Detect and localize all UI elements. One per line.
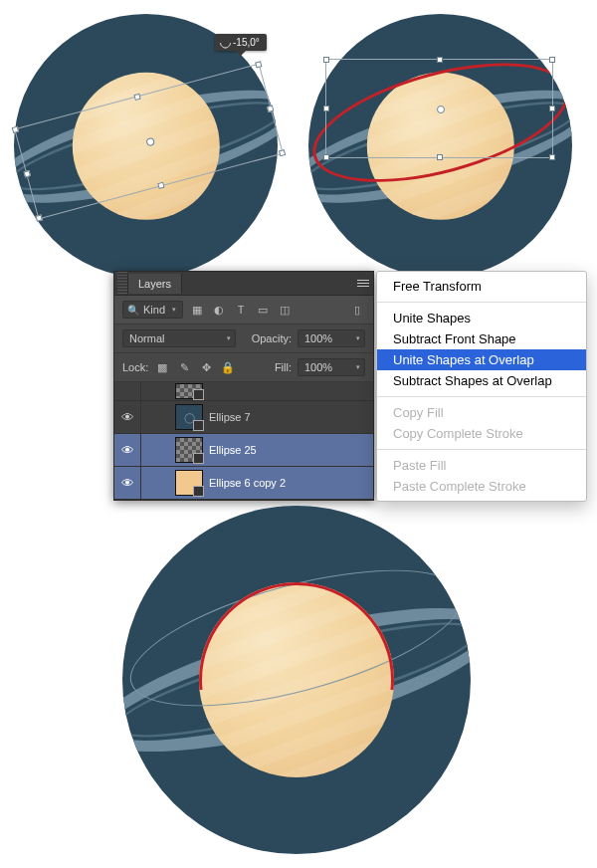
- visibility-toggle[interactable]: 👁: [114, 467, 141, 499]
- layer-list: 👁 ◯ Ellipse 7 👁 Ellipse 25 👁 Ellipse 6 c…: [114, 382, 373, 500]
- rotation-tooltip: -15,0°: [215, 34, 267, 51]
- menu-paste-complete-stroke: Paste Complete Stroke: [377, 476, 586, 497]
- layer-name: Ellipse 7: [209, 411, 251, 423]
- filter-type-icon[interactable]: T: [233, 302, 249, 318]
- lock-fill-row: Lock: ▩ ✎ ✥ 🔒 Fill: 100% ▾: [114, 353, 373, 382]
- fill-label: Fill:: [275, 361, 292, 373]
- menu-copy-fill: Copy Fill: [377, 402, 586, 423]
- filter-kind-dropdown[interactable]: 🔍 Kind ▾: [122, 301, 183, 319]
- layers-panel: Layers 🔍 Kind ▾ ▦ ◐ T ▭ ◫ ▯ Normal ▾ Op: [113, 271, 374, 501]
- layer-item[interactable]: 👁 Ellipse 6 copy 2: [114, 467, 373, 500]
- lock-transparency-icon[interactable]: ▩: [154, 359, 170, 375]
- visibility-toggle[interactable]: 👁: [114, 434, 141, 466]
- layer-item-partial[interactable]: [114, 382, 373, 401]
- menu-free-transform[interactable]: Free Transform: [377, 276, 586, 297]
- fill-input[interactable]: 100% ▾: [298, 358, 365, 376]
- opacity-input[interactable]: 100% ▾: [298, 329, 365, 347]
- menu-copy-complete-stroke: Copy Complete Stroke: [377, 423, 586, 444]
- menu-subtract-front-shape[interactable]: Subtract Front Shape: [377, 328, 586, 349]
- chevron-down-icon: ▾: [356, 334, 360, 342]
- filter-kind-label: Kind: [143, 304, 165, 316]
- transform-selection-b[interactable]: [325, 59, 553, 158]
- search-icon: 🔍: [127, 305, 139, 316]
- menu-unite-shapes[interactable]: Unite Shapes: [377, 308, 586, 328]
- filter-smart-icon[interactable]: ◫: [277, 302, 293, 318]
- menu-unite-shapes-at-overlap[interactable]: Unite Shapes at Overlap: [377, 349, 586, 370]
- chevron-down-icon: ▾: [227, 334, 231, 342]
- layer-thumbnail[interactable]: [175, 470, 203, 496]
- rotation-angle-value: -15,0°: [233, 37, 260, 48]
- fill-value: 100%: [304, 361, 332, 373]
- layers-filter-bar: 🔍 Kind ▾ ▦ ◐ T ▭ ◫ ▯: [114, 296, 373, 325]
- panel-flyout-menu-button[interactable]: [353, 273, 373, 295]
- red-result-path[interactable]: [199, 582, 394, 777]
- filter-pixel-icon[interactable]: ▦: [189, 302, 205, 318]
- tutorial-canvas: -15,0° Layers 🔍 Kind ▾: [0, 0, 597, 868]
- filter-adjustment-icon[interactable]: ◐: [211, 302, 227, 318]
- layer-item[interactable]: 👁 Ellipse 25: [114, 434, 373, 467]
- menu-separator: [377, 302, 586, 303]
- panel-grip[interactable]: [117, 272, 127, 295]
- menu-subtract-shapes-at-overlap[interactable]: Subtract Shapes at Overlap: [377, 370, 586, 391]
- lock-position-icon[interactable]: ✥: [198, 359, 214, 375]
- path-operations-context-menu: Free Transform Unite Shapes Subtract Fro…: [376, 271, 587, 502]
- blend-mode-value: Normal: [129, 332, 164, 344]
- layer-thumbnail[interactable]: ◯: [175, 404, 203, 430]
- layer-name: Ellipse 25: [209, 444, 257, 456]
- visibility-toggle[interactable]: 👁: [114, 401, 141, 433]
- visibility-toggle[interactable]: [114, 382, 141, 400]
- layer-name: Ellipse 6 copy 2: [209, 477, 286, 489]
- menu-separator: [377, 396, 586, 397]
- chevron-down-icon: ▾: [356, 363, 360, 371]
- opacity-label: Opacity:: [252, 332, 292, 344]
- layer-item[interactable]: 👁 ◯ Ellipse 7: [114, 401, 373, 434]
- blend-mode-dropdown[interactable]: Normal ▾: [122, 329, 236, 347]
- lock-all-icon[interactable]: 🔒: [220, 359, 236, 375]
- opacity-value: 100%: [304, 332, 332, 344]
- filter-shape-icon[interactable]: ▭: [255, 302, 271, 318]
- blend-opacity-row: Normal ▾ Opacity: 100% ▾: [114, 325, 373, 353]
- menu-paste-fill: Paste Fill: [377, 455, 586, 476]
- lock-pixels-icon[interactable]: ✎: [176, 359, 192, 375]
- filter-toggle-switch[interactable]: ▯: [349, 302, 365, 318]
- menu-separator: [377, 449, 586, 450]
- chevron-down-icon: ▾: [172, 306, 176, 314]
- lock-label: Lock:: [122, 361, 148, 373]
- layer-thumbnail[interactable]: [175, 437, 203, 463]
- planet-tile-result: [122, 506, 471, 854]
- layers-tab[interactable]: Layers: [127, 274, 182, 294]
- layers-panel-tabbar: Layers: [114, 272, 373, 296]
- layer-thumbnail[interactable]: [175, 383, 203, 399]
